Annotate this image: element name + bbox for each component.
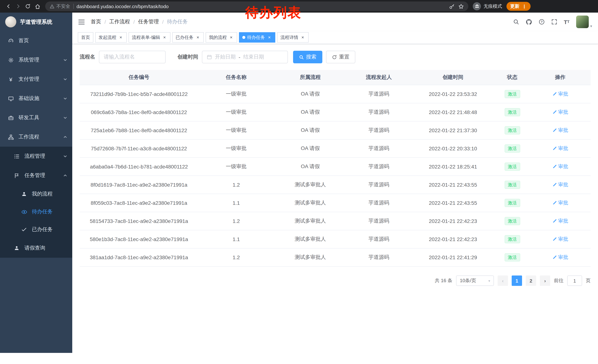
breadcrumb: 首页 / 工作流程 / 任务管理 / 待办任务 [91,18,188,25]
monitor-icon [8,95,14,102]
font-size-icon[interactable]: TT [564,19,569,25]
status-badge: 激活 [505,235,520,243]
security-status[interactable]: 不安全 [50,3,70,9]
sidebar-item-todo-tasks[interactable]: 待办任务 [0,203,72,221]
close-icon[interactable]: × [118,35,123,40]
prev-page-button[interactable]: ‹ [498,275,508,286]
tag-start-process[interactable]: 发起流程 × [95,32,127,43]
breadcrumb-item-workflow[interactable]: 工作流程 [109,18,130,25]
search-icon[interactable] [513,19,519,25]
refresh-icon [332,55,337,59]
sidebar-item-system[interactable]: 系统管理 [0,50,72,70]
help-icon[interactable]: ? [539,19,544,25]
goto-page-input[interactable]: 1 [567,275,582,286]
start-date-placeholder: 开始日期 [215,54,236,60]
task-id-cell: 58154733-7ac8-11ec-a9e2-a2380e71991a [80,218,198,224]
browser-back-icon[interactable] [4,1,13,11]
next-page-button[interactable]: › [540,275,550,286]
close-icon[interactable]: × [267,35,272,40]
bookmark-star-icon[interactable] [458,4,464,9]
breadcrumb-item-home[interactable]: 首页 [91,18,101,25]
browser-home-icon[interactable] [33,1,42,11]
calendar-icon [207,54,212,60]
sidebar-item-my-process[interactable]: 我的流程 [0,185,72,203]
github-icon[interactable] [526,19,532,25]
task-name-cell: 一级审批 [198,145,274,152]
active-dot [242,36,245,39]
tags-view: 首页 × 发起流程 × 流程表单-编辑 × 已办任务 × [72,31,598,44]
tag-home[interactable]: 首页 × [78,32,93,43]
user-menu[interactable]: ▾ [576,16,592,28]
sidebar-item-label: 已办任务 [32,226,53,233]
sidebar-item-leave-query[interactable]: 请假查询 [0,238,72,258]
close-icon[interactable]: × [229,35,234,40]
close-icon[interactable]: × [300,35,305,40]
approve-link[interactable]: 审批 [552,91,568,97]
approve-link[interactable]: 审批 [552,236,568,243]
status-badge: 激活 [505,181,520,189]
page-size-select[interactable]: 10条/页 ▾ [456,275,494,286]
sidebar-item-workflow[interactable]: 工作流程 [0,127,72,147]
tag-process-detail[interactable]: 流程详情 × [277,32,309,43]
approve-link[interactable]: 审批 [552,254,568,261]
initiator-cell: 芋道源码 [346,91,411,97]
app-logo[interactable]: 芋道管理系统 [0,13,72,31]
sidebar-item-infrastructure[interactable]: 基础设施 [0,89,72,108]
sidebar-item-label: 请假查询 [25,245,45,251]
task-name-cell: 1.1 [198,200,274,206]
process-cell: 测试多审批人 [274,236,346,243]
sidebar-item-dev-tools[interactable]: 研发工具 [0,108,72,127]
sidebar-item-label: 工作流程 [18,134,39,140]
search-button[interactable]: 搜索 [293,51,322,63]
process-name-input[interactable]: 请输入流程名 [99,51,166,63]
update-button[interactable]: 更新 ⋮ [507,2,530,11]
initiator-cell: 芋道源码 [346,236,411,243]
edit-pen-icon [552,219,557,223]
close-icon[interactable]: × [162,35,167,40]
column-header-process: 所属流程 [274,74,346,81]
edit-pen-icon [552,255,557,259]
browser-menu-icon[interactable]: ⋮ [522,4,527,9]
tag-my-process[interactable]: 我的流程 × [206,32,237,43]
close-icon[interactable]: × [195,35,200,40]
gear-icon [8,57,14,63]
approve-link[interactable]: 审批 [552,218,568,224]
column-header-create-time: 创建时间 [411,74,495,81]
approve-link[interactable]: 审批 [552,145,568,152]
sidebar-item-process-management[interactable]: 流程管理 [0,147,72,166]
incognito-chip[interactable]: 无痕模式 [473,2,502,10]
sidebar-item-task-management[interactable]: 任务管理 [0,166,72,185]
tag-done-tasks[interactable]: 已办任务 × [172,32,204,43]
approve-link[interactable]: 审批 [552,109,568,115]
status-badge: 激活 [505,199,520,207]
tag-todo-tasks[interactable]: 待办任务 × [239,32,275,43]
approve-link[interactable]: 审批 [552,127,568,134]
browser-reload-icon[interactable] [23,1,33,11]
edit-pen-icon [552,164,557,169]
sidebar-item-done-tasks[interactable]: 已办任务 [0,221,72,238]
date-range-picker[interactable]: 开始日期 - 结束日期 [202,51,288,63]
workflow-icon [8,134,14,140]
password-key-icon[interactable] [449,4,455,9]
page-button-2[interactable]: 2 [526,275,536,286]
fullscreen-icon[interactable] [551,19,557,25]
navbar-action-icons: ? TT ▾ [513,16,592,28]
page-content: 流程名 请输入流程名 创建时间 开始日期 - 结束日期 [72,44,598,364]
page-button-1[interactable]: 1 [512,275,522,286]
omnibox-divider [73,4,74,9]
task-name-cell: 1.2 [198,182,274,188]
edit-pen-icon [552,201,557,205]
approve-link[interactable]: 审批 [552,163,568,170]
breadcrumb-separator: / [133,19,135,25]
sidebar-toggle-icon[interactable] [78,19,85,25]
create-time-cell: 2022-01-22 21:48:48 [411,109,495,115]
browser-forward-icon[interactable] [13,1,23,11]
sidebar-item-home[interactable]: 首页 [0,31,72,50]
avatar[interactable] [576,16,589,28]
reset-button[interactable]: 重置 [326,51,355,63]
breadcrumb-item-task-management[interactable]: 任务管理 [138,18,159,25]
sidebar-item-payment[interactable]: ¥ 支付管理 [0,70,72,89]
tag-process-form-edit[interactable]: 流程表单-编辑 × [129,32,170,43]
approve-link[interactable]: 审批 [552,181,568,188]
approve-link[interactable]: 审批 [552,200,568,206]
